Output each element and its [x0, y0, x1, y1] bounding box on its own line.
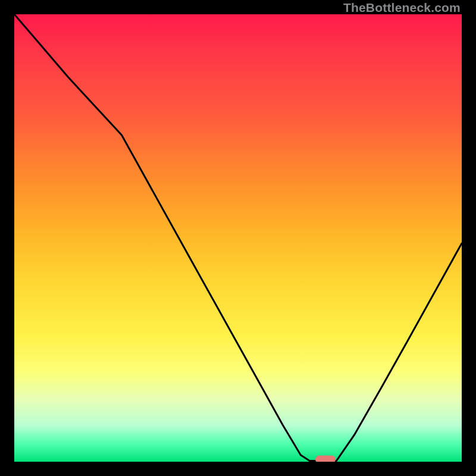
curve-svg	[14, 14, 462, 462]
bottleneck-marker	[315, 456, 336, 462]
watermark-text: TheBottleneck.com	[343, 1, 461, 15]
bottleneck-curve	[14, 14, 462, 461]
chart-frame: TheBottleneck.com	[0, 0, 476, 476]
plot-area	[14, 14, 462, 462]
